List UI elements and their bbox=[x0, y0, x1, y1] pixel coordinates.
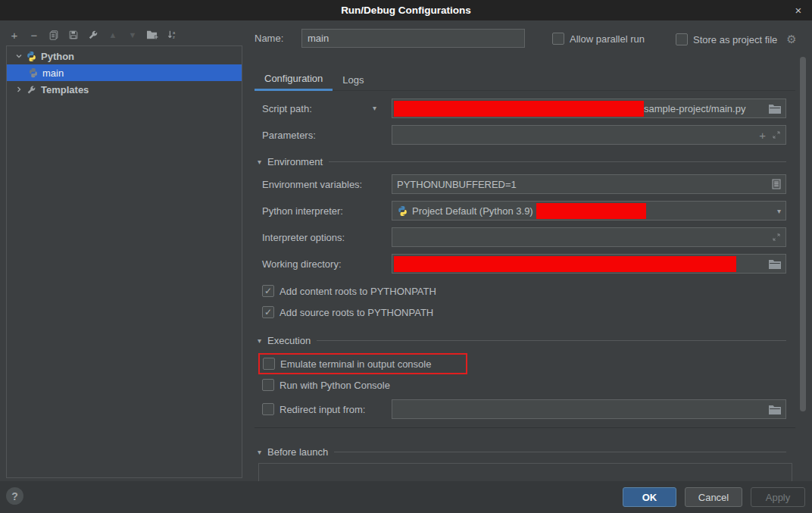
expand-field-icon[interactable] bbox=[772, 130, 781, 139]
checkbox-box[interactable]: ✓ bbox=[262, 306, 274, 318]
working-directory-field[interactable] bbox=[392, 254, 786, 274]
before-launch-task-list[interactable] bbox=[258, 463, 792, 481]
folder-icon[interactable] bbox=[769, 405, 781, 414]
environment-section-header[interactable]: ▾ Environment bbox=[255, 156, 786, 167]
redirect-input-field[interactable] bbox=[392, 399, 786, 419]
environment-variables-value: PYTHONUNBUFFERED=1 bbox=[397, 179, 517, 190]
checkbox-label: Run with Python Console bbox=[280, 380, 390, 391]
tree-item-templates[interactable]: Templates bbox=[7, 81, 242, 98]
emulate-terminal-checkbox[interactable]: Emulate terminal in output console bbox=[263, 358, 431, 370]
new-folder-icon[interactable] bbox=[142, 26, 162, 44]
chevron-down-icon[interactable] bbox=[13, 52, 25, 60]
interpreter-options-field[interactable] bbox=[392, 227, 786, 247]
tree-item-label: main bbox=[42, 67, 64, 79]
svg-text:z: z bbox=[173, 35, 175, 39]
parameters-label: Parameters: bbox=[262, 130, 316, 141]
dialog-title: Run/Debug Configurations bbox=[341, 5, 471, 16]
redaction-block bbox=[394, 256, 736, 272]
configurations-tree: Python main Templates bbox=[6, 45, 242, 478]
parameters-field[interactable]: + bbox=[392, 125, 786, 145]
redirect-input-checkbox[interactable]: Redirect input from: bbox=[262, 403, 365, 415]
expand-field-icon[interactable] bbox=[772, 233, 781, 242]
help-button[interactable]: ? bbox=[6, 487, 23, 505]
gear-icon[interactable]: ⚙ bbox=[786, 33, 796, 46]
chevron-right-icon[interactable] bbox=[13, 86, 25, 93]
svg-text:a: a bbox=[173, 30, 176, 35]
configurations-toolbar: + − ▲ ▼ az bbox=[5, 24, 182, 45]
browse-variables-icon[interactable] bbox=[772, 179, 781, 189]
checkbox-label: Store as project file bbox=[693, 34, 777, 45]
remove-icon[interactable]: − bbox=[24, 26, 44, 44]
redaction-block bbox=[536, 203, 646, 219]
apply-button[interactable]: Apply bbox=[751, 487, 805, 507]
allow-parallel-run-checkbox[interactable]: Allow parallel run bbox=[552, 33, 645, 45]
vertical-scrollbar[interactable] bbox=[800, 57, 806, 411]
checkbox-label: Redirect input from: bbox=[280, 404, 365, 415]
folder-icon[interactable] bbox=[769, 259, 781, 269]
add-icon[interactable]: + bbox=[5, 26, 24, 44]
environment-variables-field[interactable]: PYTHONUNBUFFERED=1 bbox=[392, 174, 786, 194]
checkbox-box[interactable] bbox=[262, 403, 274, 415]
section-divider bbox=[334, 452, 786, 452]
before-launch-section-header[interactable]: ▾ Before launch bbox=[255, 446, 786, 458]
execution-section-header[interactable]: ▾ Execution bbox=[255, 335, 786, 346]
section-title: Environment bbox=[267, 156, 323, 167]
checkbox-box[interactable] bbox=[263, 358, 275, 370]
tree-item-main[interactable]: main bbox=[7, 64, 242, 81]
checkbox-box[interactable] bbox=[262, 379, 274, 391]
store-as-project-file-checkbox[interactable]: Store as project file ⚙ bbox=[676, 33, 797, 46]
section-title: Before launch bbox=[267, 446, 328, 458]
working-directory-label: Working directory: bbox=[262, 258, 342, 270]
ok-button[interactable]: OK bbox=[623, 487, 676, 507]
content-divider bbox=[255, 427, 795, 428]
section-divider bbox=[329, 161, 786, 162]
title-bar: Run/Debug Configurations bbox=[0, 0, 812, 20]
save-icon[interactable] bbox=[64, 26, 83, 44]
checkbox-label: Emulate terminal in output console bbox=[280, 358, 431, 370]
add-macro-icon[interactable]: + bbox=[759, 129, 766, 142]
move-up-icon: ▲ bbox=[103, 26, 123, 44]
tab-configuration[interactable]: Configuration bbox=[255, 68, 333, 91]
move-down-icon: ▼ bbox=[123, 26, 142, 44]
combobox-arrow-icon[interactable]: ▾ bbox=[777, 207, 781, 215]
checkbox-box[interactable]: ✓ bbox=[262, 285, 274, 297]
section-divider bbox=[317, 340, 786, 341]
name-label: Name: bbox=[255, 33, 283, 44]
script-path-label: Script path: bbox=[262, 103, 312, 114]
name-input[interactable] bbox=[301, 29, 525, 48]
script-path-field[interactable]: sample-project/main.py bbox=[392, 99, 786, 118]
section-collapse-icon[interactable]: ▾ bbox=[258, 448, 261, 456]
check-icon: ✓ bbox=[264, 307, 272, 317]
section-collapse-icon[interactable]: ▾ bbox=[258, 158, 261, 166]
run-debug-configurations-dialog: Run/Debug Configurations × + − ▲ ▼ az bbox=[0, 0, 812, 513]
checkbox-box[interactable] bbox=[676, 33, 688, 45]
tree-item-label: Python bbox=[41, 51, 74, 62]
python-interpreter-value: Project Default (Python 3.9) bbox=[412, 205, 533, 217]
script-path-dropdown-icon[interactable]: ▾ bbox=[373, 104, 376, 112]
checkbox-label: Allow parallel run bbox=[570, 33, 645, 45]
sort-alphabetically-icon[interactable]: az bbox=[162, 26, 182, 44]
copy-icon[interactable] bbox=[44, 26, 64, 44]
wrench-icon bbox=[25, 85, 38, 95]
add-content-roots-checkbox[interactable]: ✓ Add content roots to PYTHONPATH bbox=[262, 285, 436, 297]
checkbox-box[interactable] bbox=[552, 33, 564, 45]
section-title: Execution bbox=[267, 335, 311, 346]
section-collapse-icon[interactable]: ▾ bbox=[258, 336, 261, 345]
edit-templates-icon[interactable] bbox=[83, 26, 103, 44]
python-interpreter-combobox[interactable]: Project Default (Python 3.9) ▾ bbox=[392, 201, 786, 221]
python-logo-icon bbox=[25, 51, 38, 62]
add-source-roots-checkbox[interactable]: ✓ Add source roots to PYTHONPATH bbox=[262, 306, 433, 318]
cancel-button[interactable]: Cancel bbox=[685, 487, 742, 507]
tree-item-python[interactable]: Python bbox=[7, 48, 242, 64]
python-logo-icon bbox=[27, 67, 39, 78]
folder-icon[interactable] bbox=[769, 104, 781, 114]
check-icon: ✓ bbox=[264, 286, 272, 296]
close-icon[interactable]: × bbox=[791, 2, 806, 17]
run-with-python-console-checkbox[interactable]: Run with Python Console bbox=[262, 379, 390, 391]
checkbox-label: Add source roots to PYTHONPATH bbox=[280, 307, 433, 318]
script-path-value: sample-project/main.py bbox=[644, 103, 745, 114]
footer-bar: OK Cancel Apply bbox=[0, 481, 812, 513]
tab-logs[interactable]: Logs bbox=[333, 68, 373, 91]
interpreter-options-label: Interpreter options: bbox=[262, 232, 345, 243]
python-interpreter-label: Python interpreter: bbox=[262, 205, 343, 217]
